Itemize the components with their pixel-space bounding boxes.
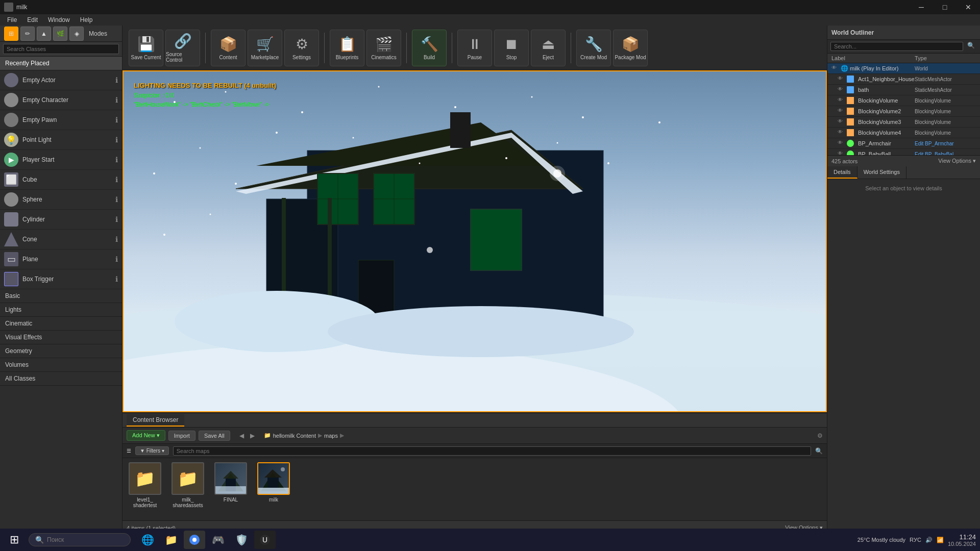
cb-item-milk-shared[interactable]: milk_sharedassets xyxy=(169,462,206,508)
content-browser-settings-icon[interactable]: ⚙ xyxy=(817,432,823,439)
svg-point-22 xyxy=(301,111,303,113)
search-classes-input[interactable] xyxy=(3,44,119,54)
point-light-info[interactable]: ℹ xyxy=(115,136,118,144)
category-basic[interactable]: Basic xyxy=(0,289,122,303)
viewport[interactable]: LIGHTING NEEDS TO BE REBUILT (4 unbuilt)… xyxy=(122,70,827,412)
taskbar-app-files[interactable]: 📁 xyxy=(160,531,182,549)
list-item[interactable]: Empty Character ℹ xyxy=(0,90,122,110)
blueprints-button[interactable]: 📋 Blueprints xyxy=(330,30,364,66)
geometry-mode-button[interactable]: ◈ xyxy=(69,27,84,41)
content-browser-tab[interactable]: Content Browser xyxy=(127,414,184,427)
cinematics-button[interactable]: 🎬 Cinematics xyxy=(366,30,401,66)
outliner-row-world[interactable]: 👁 🌐 milk (Play In Editor) World xyxy=(827,63,980,74)
add-new-button[interactable]: Add New ▾ xyxy=(127,430,165,441)
category-volumes[interactable]: Volumes xyxy=(0,358,122,372)
cb-item-final[interactable]: FINAL xyxy=(212,462,249,503)
outliner-search-input[interactable] xyxy=(830,42,963,51)
list-item[interactable]: Empty Actor ℹ xyxy=(0,70,122,90)
eject-button[interactable]: ⏏ Eject xyxy=(531,30,566,66)
player-start-info[interactable]: ℹ xyxy=(115,156,118,164)
paint-mode-button[interactable]: ✏ xyxy=(20,27,35,41)
package-mod-label: Package Mod xyxy=(615,55,646,60)
category-geometry[interactable]: Geometry xyxy=(0,344,122,358)
world-settings-tab[interactable]: World Settings xyxy=(857,166,906,179)
list-item[interactable]: Sphere ℹ xyxy=(0,190,122,210)
outliner-row-blocking2[interactable]: 👁 BlockingVolume2 BlockingVolume xyxy=(827,106,980,117)
import-button[interactable]: Import xyxy=(168,431,195,441)
stop-button[interactable]: ⏹ Stop xyxy=(494,30,529,66)
landscape-mode-button[interactable]: ▲ xyxy=(37,27,51,41)
category-lights[interactable]: Lights xyxy=(0,303,122,317)
pause-button[interactable]: ⏸ Pause xyxy=(457,30,492,66)
eye-icon: 👁 xyxy=(838,129,845,136)
cube-info[interactable]: ℹ xyxy=(115,176,118,184)
menu-window[interactable]: Window xyxy=(43,15,75,24)
list-item[interactable]: ⬜ Cube ℹ xyxy=(0,170,122,190)
milk-shared-label: milk_sharedassets xyxy=(173,497,203,508)
category-cinematic[interactable]: Cinematic xyxy=(0,317,122,331)
category-all-classes[interactable]: All Classes xyxy=(0,372,122,386)
box-trigger-info[interactable]: ℹ xyxy=(115,275,118,283)
cb-item-milk[interactable]: milk xyxy=(255,462,292,503)
maximize-button[interactable]: □ xyxy=(933,0,957,14)
sphere-info[interactable]: ℹ xyxy=(115,195,118,204)
cylinder-info[interactable]: ℹ xyxy=(115,215,118,223)
source-control-button[interactable]: 🔗 Source Control xyxy=(165,30,200,66)
taskbar-search[interactable]: 🔍 xyxy=(29,533,131,546)
cb-item-level1[interactable]: level1_shadertest xyxy=(127,462,163,508)
taskbar-app-chrome[interactable] xyxy=(184,531,205,549)
taskbar-app-epic[interactable]: 🛡️ xyxy=(231,531,252,549)
category-visual-effects[interactable]: Visual Effects xyxy=(0,331,122,344)
menu-help[interactable]: Help xyxy=(75,15,98,24)
empty-actor-info[interactable]: ℹ xyxy=(115,76,118,84)
empty-character-info[interactable]: ℹ xyxy=(115,96,118,104)
list-item[interactable]: Box Trigger ℹ xyxy=(0,269,122,289)
close-button[interactable]: ✕ xyxy=(957,0,980,14)
marketplace-button[interactable]: 🛒 Marketplace xyxy=(248,30,282,66)
list-item[interactable]: ▶ Player Start ℹ xyxy=(0,150,122,170)
outliner-row-armchair[interactable]: 👁 BP_Armchair Edit BP_Armchar xyxy=(827,138,980,149)
settings-button[interactable]: ⚙ Settings xyxy=(284,30,319,66)
taskbar-app-steam[interactable]: 🎮 xyxy=(207,531,229,549)
outliner-row-blocking3[interactable]: 👁 BlockingVolume3 BlockingVolume xyxy=(827,117,980,128)
outliner-row-babyball[interactable]: 👁 BP_BabyBall Edit BP_BabyBal xyxy=(827,149,980,155)
foliage-mode-button[interactable]: 🌿 xyxy=(53,27,67,41)
list-item[interactable]: 💡 Point Light ℹ xyxy=(0,130,122,150)
save-all-button[interactable]: Save All xyxy=(199,431,230,441)
save-current-button[interactable]: 💾 Save Current xyxy=(129,30,163,66)
list-item[interactable]: Cylinder ℹ xyxy=(0,210,122,230)
list-item[interactable]: ▭ Plane ℹ xyxy=(0,249,122,269)
outliner-row-bath[interactable]: 👁 bath StaticMeshActor xyxy=(827,85,980,95)
package-mod-button[interactable]: 📦 Package Mod xyxy=(613,30,648,66)
eye-icon: 👁 xyxy=(838,140,845,147)
outliner-row-blocking4[interactable]: 👁 BlockingVolume4 BlockingVolume xyxy=(827,128,980,138)
empty-pawn-info[interactable]: ℹ xyxy=(115,116,118,124)
content-button[interactable]: 📦 Content xyxy=(211,30,246,66)
outliner-col-label: Label xyxy=(831,55,915,61)
minimize-button[interactable]: ─ xyxy=(910,0,933,14)
menu-edit[interactable]: Edit xyxy=(22,15,43,24)
outliner-row-neighbor-house[interactable]: 👁 Act1_Neighbor_House StaticMeshActor xyxy=(827,74,980,85)
cb-path-root[interactable]: hellomilk Content xyxy=(273,433,316,439)
start-button[interactable]: ⊞ xyxy=(4,531,24,549)
build-button[interactable]: 🔨 Build xyxy=(412,30,447,66)
cone-info[interactable]: ℹ xyxy=(115,235,118,243)
view-options-button[interactable]: View Options ▾ xyxy=(938,158,976,164)
taskbar-search-input[interactable] xyxy=(47,536,124,543)
cb-path-maps[interactable]: maps xyxy=(324,433,338,439)
create-mod-button[interactable]: 🔧 Create Mod xyxy=(576,30,611,66)
outliner-row-blocking1[interactable]: 👁 BlockingVolume BlockingVolume xyxy=(827,95,980,106)
content-search-input[interactable] xyxy=(173,446,811,456)
menu-file[interactable]: File xyxy=(2,15,22,24)
details-tab[interactable]: Details xyxy=(827,166,857,179)
cb-back-button[interactable]: ◀ xyxy=(237,431,246,440)
taskbar-app-unreal[interactable]: U xyxy=(254,531,276,549)
taskbar-app-edge[interactable]: 🌐 xyxy=(137,531,158,549)
list-item[interactable]: Cone ℹ xyxy=(0,230,122,249)
place-mode-button[interactable]: ⊞ xyxy=(4,27,18,41)
cb-forward-button[interactable]: ▶ xyxy=(248,431,257,440)
plane-info[interactable]: ℹ xyxy=(115,255,118,263)
filters-button[interactable]: ▼ Filters ▾ xyxy=(135,446,169,455)
category-recently-placed[interactable]: Recently Placed xyxy=(0,57,122,70)
list-item[interactable]: Empty Pawn ℹ xyxy=(0,110,122,130)
